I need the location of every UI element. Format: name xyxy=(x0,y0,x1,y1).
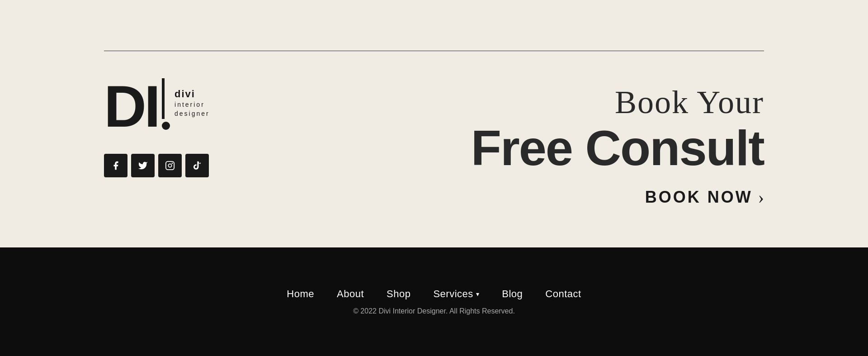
footer-content: Home About Shop Services ▾ Blog Contact … xyxy=(0,247,868,356)
footer-nav-services[interactable]: Services ▾ xyxy=(433,288,479,300)
cta-section: Book Your Free Consult BOOK NOW › xyxy=(222,77,764,208)
top-divider xyxy=(104,51,764,51)
footer-nav-blog[interactable]: Blog xyxy=(502,288,523,300)
book-now-arrow-icon: › xyxy=(758,186,764,208)
instagram-icon xyxy=(165,161,175,171)
cta-headline: Free Consult xyxy=(471,123,764,173)
main-content: D I divi interior designer xyxy=(0,59,868,226)
footer-nav-about[interactable]: About xyxy=(337,288,364,300)
book-now-button[interactable]: BOOK NOW › xyxy=(645,186,764,208)
tiktok-icon xyxy=(192,161,202,171)
instagram-icon-button[interactable] xyxy=(158,154,182,177)
svg-point-2 xyxy=(172,163,173,164)
logo-text-interior: interior xyxy=(175,100,210,109)
tiktok-icon-button[interactable] xyxy=(185,154,209,177)
facebook-icon xyxy=(111,161,121,171)
cta-script-text: Book Your xyxy=(615,86,764,119)
logo-letter-i: I xyxy=(144,77,158,136)
logo-text-divi: divi xyxy=(175,88,210,101)
logo-letter-d: D xyxy=(104,77,144,136)
page-wrapper: D I divi interior designer xyxy=(0,0,868,356)
svg-rect-0 xyxy=(166,161,174,170)
twitter-icon-button[interactable] xyxy=(131,154,155,177)
logo-dot-bar xyxy=(162,78,170,134)
footer-nav-home[interactable]: Home xyxy=(287,288,314,300)
footer-area: Home About Shop Services ▾ Blog Contact … xyxy=(0,211,868,356)
logo-dot xyxy=(162,122,170,130)
logo-section: D I divi interior designer xyxy=(104,77,222,177)
logo-letters: D I xyxy=(104,77,158,136)
facebook-icon-button[interactable] xyxy=(104,154,127,177)
footer-copyright: © 2022 Divi Interior Designer. All Right… xyxy=(353,307,515,315)
footer-nav-contact[interactable]: Contact xyxy=(545,288,581,300)
logo-text-designer: designer xyxy=(175,109,210,119)
logo-vertical-bar xyxy=(162,78,165,119)
footer-nav-shop[interactable]: Shop xyxy=(387,288,410,300)
logo-container: D I divi interior designer xyxy=(104,77,210,136)
social-icons xyxy=(104,154,209,177)
logo-text-group: divi interior designer xyxy=(175,88,210,125)
svg-point-1 xyxy=(168,164,171,167)
twitter-icon xyxy=(138,161,148,171)
book-now-label: BOOK NOW xyxy=(645,188,753,207)
services-dropdown-chevron: ▾ xyxy=(476,290,480,298)
footer-nav: Home About Shop Services ▾ Blog Contact xyxy=(287,288,581,300)
